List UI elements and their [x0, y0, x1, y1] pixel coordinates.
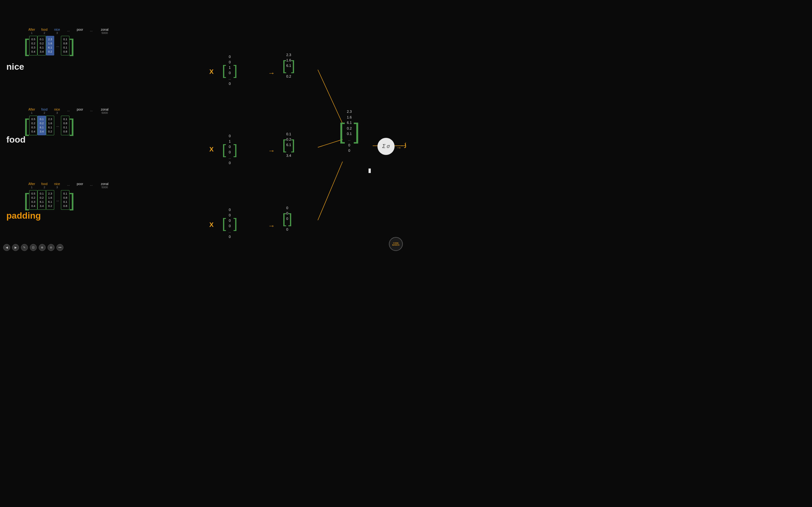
matrix-col1-food: 0.50.20.30.4	[29, 116, 38, 135]
toolbar-btn-forward[interactable]: ▶	[12, 244, 19, 251]
onehot-nice: [ 0010...0 ]	[222, 52, 238, 89]
matrix-zonal-food: 0.10.80.10.8	[61, 116, 69, 135]
matrix-col1-padding: 0.50.20.30.4	[29, 190, 38, 210]
matrix-col2-nice: 0.10.26.13.4	[38, 36, 46, 55]
matrix-col3-padding: 2.31.66.10.2	[46, 190, 55, 210]
col-nice-nice: nice 3	[51, 28, 63, 35]
svg-line-2	[318, 162, 343, 220]
toolbar-btn-edit[interactable]: ✎	[21, 244, 28, 251]
bracket-left-nice: [	[24, 38, 29, 54]
code-basics-logo: CODE BASICS	[389, 237, 403, 251]
matrix-col2-food: 0.10.26.13.4	[38, 116, 46, 135]
padding-label: padding	[6, 211, 41, 221]
x-nice: X	[209, 68, 213, 75]
matrix-zonal-nice: 0.10.80.10.8	[61, 36, 69, 55]
embedding-padding: [ 0000 ]	[282, 205, 292, 232]
main-container: After 1 food 2 nice 3 ... poor ... zonal…	[0, 0, 406, 253]
matrix-col3-nice: 2.31.66.10.2	[46, 36, 55, 55]
food-label: food	[6, 135, 26, 145]
col-food-nice: food 2	[38, 28, 50, 35]
sigma-arrow: →	[396, 145, 402, 151]
yhat: ŷ	[404, 141, 406, 148]
nice-label: nice	[6, 62, 24, 72]
toolbar-btn-more[interactable]: •••	[56, 244, 63, 251]
toolbar-btn-zoom-out[interactable]: ⊖	[48, 244, 55, 251]
x-padding: X	[209, 221, 213, 228]
toolbar-btn-grid[interactable]: ⊡	[30, 244, 37, 251]
matrix-col1-nice: 0.50.20.30.4	[29, 36, 38, 55]
dots-matrix-nice: ...	[54, 44, 61, 48]
matrix-zonal-padding: 0.10.80.10.8	[61, 190, 69, 210]
col-dots2-nice: ...	[87, 28, 96, 35]
toolbar: ◀ ▶ ✎ ⊡ ⊕ ⊖ •••	[3, 244, 63, 251]
sigma-node: Σ σ	[377, 138, 395, 155]
col-zonal-nice: zonal 5000	[97, 28, 113, 35]
arrow-nice: →	[268, 69, 275, 77]
embedding-nice: [ 2.31.66.10.2 ]	[282, 52, 295, 79]
col-after-nice: After 1	[26, 28, 38, 35]
embedding-food: [ 0.10.26.13.4 ]	[282, 131, 295, 158]
padding-section: After 1 food 2 nice 3 ... poor ... zonal…	[24, 182, 113, 210]
toolbar-btn-back[interactable]: ◀	[3, 244, 10, 251]
cursor: ▊	[368, 169, 371, 173]
arrow-food: →	[268, 147, 275, 155]
x-food: X	[209, 146, 213, 153]
bracket-right-nice: ]	[69, 38, 75, 54]
col-poor-nice: poor	[74, 28, 86, 35]
arrow-padding: →	[268, 222, 275, 230]
matrix-col2-padding: 0.10.26.13.4	[38, 190, 46, 210]
combined-vector: [ 2.31.66.10.20.1...00 ]	[339, 108, 360, 155]
onehot-padding: [ 0000...0 ]	[222, 205, 238, 241]
sigma-text: Σ σ	[382, 144, 390, 149]
col-dots1-nice: ...	[64, 28, 73, 35]
toolbar-btn-zoom-in[interactable]: ⊕	[39, 244, 46, 251]
food-section: After 1 food 2 nice 3 ... poor ... zonal…	[24, 108, 113, 135]
matrix-col3-food: 2.31.66.10.2	[46, 116, 55, 135]
onehot-food: [ 0100...0 ]	[222, 131, 238, 168]
nice-section: After 1 food 2 nice 3 ... poor ... zonal…	[24, 28, 113, 55]
